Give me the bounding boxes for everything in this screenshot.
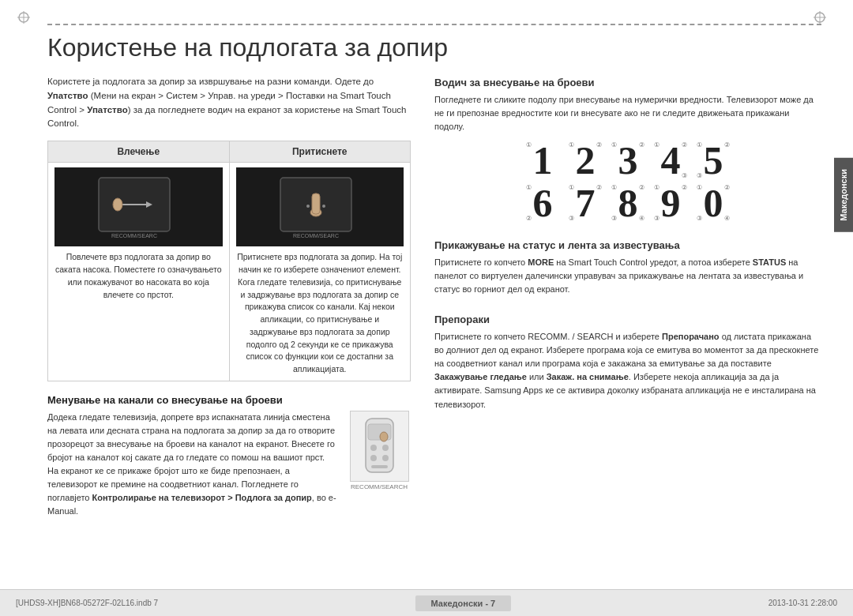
svg-point-21 — [322, 205, 325, 208]
status-text: Притиснете го копчето MORE на Smart Touc… — [434, 256, 821, 296]
recomm-label: RECOMM/SEARCH — [351, 483, 408, 490]
svg-text:RECOMM/SEARC: RECOMM/SEARC — [111, 233, 157, 239]
intro-text1: Користете ја подлогата за допир за изврш… — [47, 77, 374, 86]
svg-rect-29 — [371, 465, 388, 468]
bottom-right: 2013-10-31 2:28:00 — [768, 599, 837, 607]
intro-bold1: Упатство — [47, 91, 88, 100]
bottom-center: Македонски - 7 — [415, 595, 512, 611]
swipe-image-box: RECOMM/SEARC — [54, 167, 223, 246]
number-guide-section: Водич за внесување на броеви Погледнете … — [434, 77, 821, 228]
top-border — [47, 24, 821, 25]
col1-caption: Повлечете врз подлогата за допир во сака… — [54, 251, 223, 301]
channel-section: Менување на канали со внесување на броев… — [47, 394, 411, 518]
col1-image-cell: RECOMM/SEARC Повлечете врз подлогата за … — [48, 163, 230, 381]
number-grid: ① 1 ① ② 2 ① ② 3 — [434, 140, 821, 223]
corner-crosshair-tr — [814, 11, 826, 26]
svg-rect-19 — [312, 193, 320, 214]
col2-header: Притиснете — [229, 141, 411, 163]
channel-image: RECOMM/SEARCH — [348, 411, 411, 518]
press-image-box: RECOMM/SEARC — [236, 167, 404, 246]
channel-text: Додека гледате телевизија, допрете врз и… — [47, 411, 338, 518]
svg-point-30 — [380, 432, 388, 441]
page-title: Користење на подлогата за допир — [47, 33, 821, 62]
channel-section-title: Менување на канали со внесување на броев… — [47, 394, 411, 406]
recomm-text: Притиснете го копчето RECOMM. / SEARCH и… — [434, 330, 821, 411]
col2-image-cell: RECOMM/SEARC Притиснете врз подлогата за… — [229, 163, 411, 381]
svg-point-28 — [382, 455, 389, 461]
number-guide-title: Водич за внесување на броеви — [434, 77, 821, 88]
intro-text: Користете ја подлогата за допир за изврш… — [47, 75, 411, 131]
corner-crosshair-tl — [17, 11, 30, 26]
num-8: ① ② ③ ④ 8 — [610, 182, 646, 223]
num-7: ① ② ③ 7 — [567, 182, 603, 223]
col1-header: Влечење — [48, 141, 230, 163]
num-5: ① ② ③ 5 — [695, 140, 731, 181]
number-guide-text: Погледнете ги сликите подолу при внесува… — [434, 93, 821, 133]
recomm-section: Препораки Притиснете го копчето RECOMM. … — [434, 314, 821, 417]
num-9: ① ② ③ 9 — [652, 182, 689, 223]
bottom-bar: [UHDS9-XH]BN68-05272F-02L16.indb 7 Макед… — [0, 589, 853, 616]
page-container: Користење на подлогата за допир Користет… — [0, 0, 853, 616]
svg-point-27 — [370, 455, 377, 461]
bottom-left: [UHDS9-XH]BN68-05272F-02L16.indb 7 — [16, 599, 158, 607]
number-row-1: ① 1 ① ② 2 ① ② 3 — [434, 140, 821, 181]
num-6: ① ② 6 — [524, 182, 561, 223]
number-row-2: ① ② 6 ① ② ③ 7 ① — [434, 182, 821, 223]
status-section: Прикажување на статус и лента за известу… — [434, 239, 821, 302]
device-img-box — [350, 411, 409, 482]
svg-point-25 — [370, 445, 377, 451]
intro-bold2: Упатство — [87, 105, 128, 115]
side-tab: Македонски — [834, 158, 853, 232]
main-layout: Користете ја подлогата за допир за изврш… — [47, 75, 821, 565]
col2-caption: Притиснете врз подлогата за допир. На то… — [236, 251, 404, 376]
left-column: Користете ја подлогата за допир за изврш… — [47, 75, 411, 565]
status-title: Прикажување на статус и лента за известу… — [434, 239, 821, 251]
num-1: ① 1 — [524, 140, 561, 181]
svg-point-26 — [382, 445, 389, 451]
svg-text:RECOMM/SEARC: RECOMM/SEARC — [293, 233, 339, 239]
num-0: ① ② ③ ④ 0 — [695, 182, 731, 223]
svg-point-20 — [306, 205, 310, 208]
num-4: ① ② ③ 4 — [652, 140, 689, 181]
num-3: ① ② 3 — [610, 140, 646, 181]
svg-point-15 — [113, 198, 122, 211]
right-column: Водич за внесување на броеви Погледнете … — [434, 75, 821, 565]
touch-table: Влечење Притиснете — [47, 141, 411, 381]
channel-body: Додека гледате телевизија, допрете врз и… — [47, 411, 411, 518]
recomm-title: Препораки — [434, 314, 821, 325]
num-2: ① ② 2 — [567, 140, 603, 181]
